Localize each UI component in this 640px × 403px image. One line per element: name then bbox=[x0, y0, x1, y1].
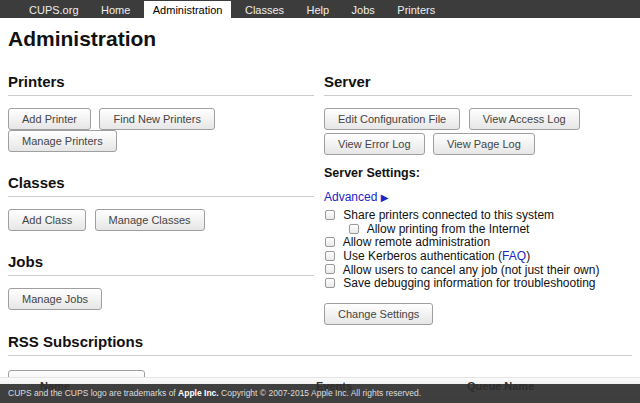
kerberos-authentication-checkbox[interactable] bbox=[325, 251, 335, 261]
save-debug-info-checkbox[interactable] bbox=[325, 278, 335, 288]
printers-section-title: Printers bbox=[8, 73, 314, 96]
nav-help[interactable]: Help bbox=[298, 1, 339, 19]
cancel-any-job-checkbox[interactable] bbox=[325, 264, 335, 274]
page-title: Administration bbox=[8, 27, 632, 51]
footer: CUPS and the CUPS logo are trademarks of… bbox=[0, 384, 640, 403]
jobs-section-title: Jobs bbox=[8, 253, 314, 276]
remote-administration-checkbox[interactable] bbox=[325, 237, 335, 247]
view-error-log-button[interactable]: View Error Log bbox=[324, 133, 425, 155]
right-column: Server Edit Configuration File View Acce… bbox=[324, 51, 632, 325]
change-settings-button[interactable]: Change Settings bbox=[324, 303, 433, 325]
kerberos-label-post: ) bbox=[526, 249, 530, 263]
footer-apple-bold: Apple Inc. bbox=[178, 388, 219, 398]
remote-admin-row: Allow remote administration bbox=[324, 236, 632, 250]
allow-internet-printing-label: Allow printing from the Internet bbox=[367, 222, 530, 236]
nav-cups-org[interactable]: CUPS.org bbox=[20, 1, 88, 19]
server-buttons-row1: Edit Configuration File View Access Log bbox=[324, 108, 632, 130]
nav-printers[interactable]: Printers bbox=[388, 1, 444, 19]
printers-buttons: Add Printer Find New Printers Manage Pri… bbox=[8, 108, 314, 152]
rss-section-title: RSS Subscriptions bbox=[8, 333, 632, 356]
server-section-title: Server bbox=[324, 73, 632, 96]
server-settings-label: Server Settings: bbox=[324, 166, 632, 180]
top-navbar: CUPS.org Home Administration Classes Hel… bbox=[0, 0, 640, 18]
footer-copyright-text: Copyright © 2007-2015 Apple Inc. All rig… bbox=[219, 388, 421, 398]
cancel-any-job-row: Allow users to cancel any job (not just … bbox=[324, 264, 632, 278]
save-debug-info-label: Save debugging information for troublesh… bbox=[343, 276, 595, 290]
cancel-any-job-label: Allow users to cancel any job (not just … bbox=[343, 263, 600, 277]
find-new-printers-button[interactable]: Find New Printers bbox=[99, 108, 214, 130]
share-printers-row: Share printers connected to this system bbox=[324, 209, 632, 223]
share-printers-checkbox[interactable] bbox=[325, 210, 335, 220]
advanced-arrow-icon: ▶ bbox=[381, 192, 389, 203]
remote-administration-label: Allow remote administration bbox=[343, 235, 490, 249]
classes-buttons: Add Class Manage Classes bbox=[8, 209, 314, 231]
nav-administration[interactable]: Administration bbox=[144, 1, 232, 19]
advanced-link-label: Advanced bbox=[324, 190, 377, 204]
nav-home[interactable]: Home bbox=[92, 1, 139, 19]
nav-classes[interactable]: Classes bbox=[236, 1, 293, 19]
edit-configuration-file-button[interactable]: Edit Configuration File bbox=[324, 108, 460, 130]
manage-jobs-button[interactable]: Manage Jobs bbox=[8, 288, 102, 310]
faq-link[interactable]: FAQ bbox=[502, 249, 526, 263]
server-buttons-row2: View Error Log View Page Log bbox=[324, 133, 632, 155]
nav-jobs[interactable]: Jobs bbox=[343, 1, 384, 19]
advanced-link[interactable]: Advanced ▶ bbox=[324, 190, 388, 204]
allow-internet-row: Allow printing from the Internet bbox=[348, 223, 632, 237]
change-settings-row: Change Settings bbox=[324, 303, 632, 325]
save-debug-row: Save debugging information for troublesh… bbox=[324, 277, 632, 291]
main-columns: Printers Add Printer Find New Printers M… bbox=[0, 51, 640, 325]
cups-admin-page: CUPS.org Home Administration Classes Hel… bbox=[0, 0, 640, 403]
view-access-log-button[interactable]: View Access Log bbox=[469, 108, 580, 130]
manage-printers-button[interactable]: Manage Printers bbox=[8, 130, 117, 152]
manage-classes-button[interactable]: Manage Classes bbox=[95, 209, 205, 231]
footer-trademark-text: CUPS and the CUPS logo are trademarks of bbox=[8, 388, 178, 398]
view-page-log-button[interactable]: View Page Log bbox=[433, 133, 535, 155]
share-printers-label: Share printers connected to this system bbox=[343, 208, 554, 222]
kerberos-row: Use Kerberos authentication (FAQ) bbox=[324, 250, 632, 264]
allow-internet-printing-checkbox[interactable] bbox=[349, 224, 359, 234]
server-settings-checkboxes: Share printers connected to this system … bbox=[324, 209, 632, 291]
classes-section-title: Classes bbox=[8, 174, 314, 197]
add-class-button[interactable]: Add Class bbox=[8, 209, 86, 231]
jobs-buttons: Manage Jobs bbox=[8, 288, 314, 310]
left-column: Printers Add Printer Find New Printers M… bbox=[8, 51, 314, 325]
kerberos-label-pre: Use Kerberos authentication ( bbox=[343, 249, 502, 263]
add-printer-button[interactable]: Add Printer bbox=[8, 108, 91, 130]
